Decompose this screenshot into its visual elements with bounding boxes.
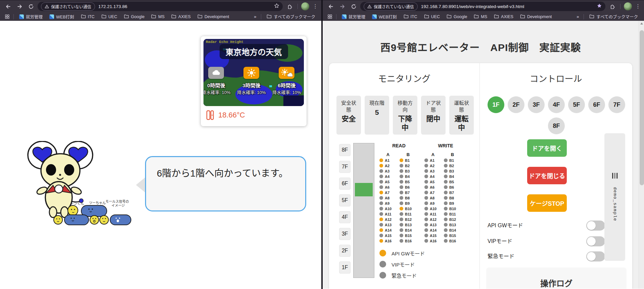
apps-grid-icon[interactable]	[3, 13, 11, 20]
led-dot-A14	[379, 228, 383, 232]
led-row-B6: B6	[444, 185, 456, 189]
back-icon[interactable]	[3, 2, 13, 11]
bookmark-item[interactable]: UEC	[99, 13, 120, 21]
back-icon[interactable]	[326, 2, 335, 11]
url-text[interactable]: 192.168.7.80:8901/web/ev-integrated-webi…	[421, 4, 524, 9]
legend-label: VIPモード	[392, 261, 415, 268]
floor-indicator-2F: 2F	[339, 245, 351, 257]
floor-button-2F[interactable]: 2F	[508, 96, 524, 113]
scrollbar-up-arrow[interactable]	[640, 22, 643, 25]
status-box: 現在階5	[365, 96, 389, 135]
led-label: B13	[449, 223, 456, 227]
cloudy-icon	[208, 67, 224, 79]
control-heading: コントロール	[479, 72, 632, 84]
bookmark-item[interactable]: Google	[444, 13, 470, 21]
security-badge[interactable]: 保護されていない通信	[364, 2, 418, 11]
bookmark-item[interactable]: Development	[195, 13, 232, 21]
bookmark-star-filled-icon[interactable]	[597, 3, 602, 10]
menu-icon[interactable]: ⋮	[313, 4, 318, 9]
floor-indicator-3F: 3F	[339, 228, 351, 240]
extensions-icon[interactable]	[607, 2, 617, 11]
led-label: B11	[449, 212, 456, 216]
bookmark-item[interactable]: Development	[517, 13, 555, 21]
led-label: B14	[405, 228, 412, 232]
led-dot-A10	[424, 207, 428, 210]
floor-indicator-8F: 8F	[339, 144, 351, 156]
led-label: B1	[449, 158, 454, 162]
floor-button-8F[interactable]: 8F	[548, 117, 565, 134]
led-row-B7: B7	[444, 190, 456, 195]
apps-grid-icon[interactable]	[326, 13, 333, 20]
menu-icon[interactable]: ⋮	[635, 4, 641, 9]
bookmark-item[interactable]: ITC	[401, 13, 420, 21]
led-row-A10: A10	[424, 206, 436, 211]
led-row-B15: B15	[444, 233, 456, 238]
led-row-B5: B5	[400, 180, 412, 184]
forward-icon[interactable]	[15, 2, 24, 11]
toggle-knob	[587, 252, 596, 261]
reload-icon[interactable]	[26, 2, 36, 11]
bookmark-item[interactable]: AXIES	[491, 13, 516, 21]
action-button-ドアを開く[interactable]: ドアを開く	[527, 139, 567, 157]
bookmark-item[interactable]: WEB打刻	[369, 12, 399, 21]
bookmark-item[interactable]: 就労管理	[16, 12, 45, 21]
led-dot-B14	[400, 228, 403, 232]
url-bar[interactable]: 保護されていない通信 192.168.7.80:8901/web/ev-inte…	[360, 2, 605, 11]
bookmark-item[interactable]: MS	[148, 13, 167, 21]
bookmark-item[interactable]: Google	[121, 13, 147, 21]
led-row-B13: B13	[444, 223, 456, 227]
action-button-ケージSTOP[interactable]: ケージSTOP	[527, 194, 567, 212]
led-dot-A7	[379, 191, 383, 194]
bookmark-item[interactable]: WEB打刻	[47, 12, 77, 21]
floor-button-1F[interactable]: 1F	[488, 96, 504, 113]
security-badge[interactable]: 保護されていない通信	[41, 2, 95, 11]
action-button-ドアを閉じる[interactable]: ドアを閉じる	[527, 167, 567, 184]
profile-avatar[interactable]	[301, 2, 309, 10]
bookmark-item[interactable]: AXIES	[169, 13, 193, 21]
scrollbar-thumb[interactable]	[640, 30, 644, 185]
led-label: A3	[430, 169, 434, 173]
temperature-value: 18.66°C	[218, 111, 245, 119]
bookmark-item[interactable]: UEC	[421, 13, 443, 21]
mascot-illustration: トンくん ツーちゃん モールス信号の イメージ	[24, 141, 132, 227]
bookmark-item[interactable]: MS	[471, 13, 490, 21]
page-scrollbar[interactable]	[639, 21, 644, 289]
led-label: A5	[430, 180, 434, 184]
reload-icon[interactable]	[349, 2, 358, 11]
url-bar[interactable]: 保護されていない通信 172.21.173.86	[38, 2, 283, 11]
read-led-column-a: A1A2A3A4A5A6A7A8A9A10A11A12A13A14A15A16	[379, 158, 392, 243]
floor-button-7F[interactable]: 7F	[608, 96, 625, 113]
led-label: A6	[385, 185, 389, 189]
led-label: A7	[385, 191, 389, 195]
led-row-A16: A16	[379, 239, 392, 243]
status-value: 5	[367, 108, 386, 117]
folder-icon	[589, 14, 594, 20]
bookmark-item[interactable]: 就労管理	[339, 12, 368, 21]
url-text[interactable]: 172.21.173.86	[98, 4, 127, 9]
bookmark-label: Development	[204, 14, 229, 19]
all-bookmarks-button[interactable]: すべてのブックマーク	[264, 12, 318, 21]
bookmark-item[interactable]: ITC	[78, 13, 97, 21]
bookmarks-overflow-chevron[interactable]: »	[574, 14, 581, 19]
led-row-A6: A6	[424, 185, 436, 189]
bookmarks-overflow-chevron[interactable]: »	[252, 14, 258, 19]
toggle-switch-API GWモード[interactable]	[586, 221, 605, 231]
all-bookmarks-button[interactable]: すべてのブックマーク	[587, 12, 641, 21]
floor-button-3F[interactable]: 3F	[528, 96, 545, 113]
led-dot-B8	[400, 196, 403, 200]
floor-button-4F[interactable]: 4F	[548, 96, 565, 113]
bookmark-label: Google	[454, 14, 467, 19]
demo-drawer-tab[interactable]: demo_sample	[604, 133, 625, 261]
extensions-icon[interactable]	[285, 2, 294, 11]
folder-icon	[267, 14, 272, 20]
led-row-A14: A14	[379, 228, 392, 232]
led-dot-A2	[379, 164, 383, 167]
toggle-switch-VIPモード[interactable]	[586, 236, 605, 246]
floor-button-6F[interactable]: 6F	[588, 96, 605, 113]
led-row-A3: A3	[424, 169, 436, 173]
floor-button-5F[interactable]: 5F	[568, 96, 585, 113]
bookmark-star-icon[interactable]	[274, 3, 279, 10]
profile-avatar[interactable]	[624, 2, 632, 10]
forward-icon[interactable]	[337, 2, 347, 11]
toggle-switch-緊急モード[interactable]	[586, 251, 605, 261]
